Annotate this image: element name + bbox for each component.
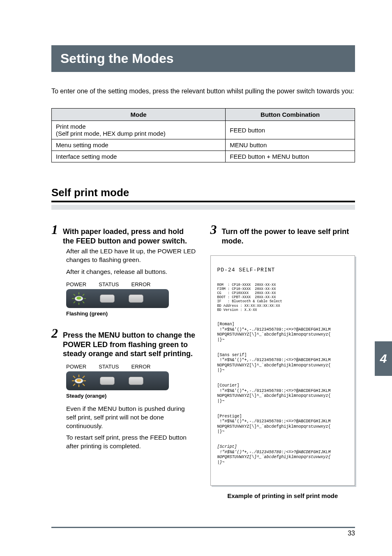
font-sample: |}~ (217, 368, 225, 373)
svg-line-3 (83, 301, 84, 303)
led-diagram: POWER STATUS ERROR (66, 364, 196, 399)
font-sample: !"#$%&'()*+,-./0123456789:;<=>?@ABCDEFGH… (217, 389, 331, 393)
svg-line-14 (83, 376, 85, 378)
error-led-icon (129, 294, 143, 303)
font-sample: NOPQRSTUVWXYZ[\]^_`abcdefghijklmnopqrstu… (217, 363, 331, 368)
power-led-steady-icon (72, 375, 86, 387)
step-3: 3 Turn off the power to leave self print… (210, 223, 355, 246)
page-number: 33 (51, 530, 355, 537)
page-title: Setting the Modes (51, 45, 355, 72)
font-sample: |}~ (217, 429, 225, 434)
led-diagram: POWER STATUS ERROR (66, 281, 196, 317)
step-number: 3 (210, 223, 217, 236)
svg-point-19 (76, 379, 81, 382)
font-name: [Sans serif] (217, 353, 247, 357)
status-led-icon (100, 377, 115, 385)
button-header: Button Combination (226, 109, 355, 121)
svg-line-12 (73, 376, 75, 378)
font-sample: NOPQRSTUVWXYZ[\]^_`abcdefghijklmnopqrstu… (217, 332, 331, 337)
step-title: Press the MENU button to change the POWE… (63, 331, 196, 359)
font-sample: !"#$%&'()*+,-./0123456789:;<=>?@ABCDEFGH… (217, 358, 331, 362)
modes-table: Mode Button Combination Print mode (Self… (51, 108, 355, 162)
step-body-text: To restart self print, press the FEED bu… (66, 433, 196, 451)
power-label: POWER (66, 281, 86, 287)
font-sample: NOPQRSTUVWXYZ[\]^_`abcdefghijklmnopqrstu… (217, 455, 331, 459)
font-sample: |}~ (217, 338, 225, 342)
svg-line-5 (74, 301, 75, 303)
led-caption: Flashing (green) (66, 310, 196, 317)
power-led-flashing-icon (72, 292, 86, 305)
status-label: STATUS (99, 364, 119, 370)
font-name: [Script] (217, 445, 237, 449)
led-caption: Steady (orange) (66, 393, 196, 399)
self-print-example: PD-24 SELF-PRINT ROM : CP10-XXXX 20XX-XX… (210, 255, 355, 486)
section-heading: Self print mode (51, 186, 355, 202)
font-sample: |}~ (217, 399, 225, 403)
step-body-text: Even if the MENU button is pushed during… (66, 405, 196, 431)
step-title: With paper loaded, press and hold the FE… (63, 227, 196, 246)
font-sample: |}~ (217, 460, 225, 465)
font-sample: !"#$%&'()*+,-./0123456789:;<=>?@ABCDEFGH… (217, 419, 331, 424)
svg-line-13 (83, 384, 85, 386)
font-name: [Roman] (217, 322, 235, 327)
power-label: POWER (66, 364, 86, 370)
step-number: 1 (51, 223, 58, 236)
mode-cell: Print mode (Self print mode, HEX dump pr… (52, 121, 226, 139)
status-led-icon (100, 294, 115, 303)
mode-header: Mode (52, 109, 226, 121)
table-row: Print mode (Self print mode, HEX dump pr… (52, 121, 355, 139)
table-row: Interface setting mode FEED button + MEN… (52, 151, 355, 162)
example-caption: Example of printing in self print mode (210, 492, 355, 499)
selfprint-meta: ROM : CP10-XXXX 20XX-XX-XX FIRM : CP10-X… (217, 283, 348, 312)
step-number: 2 (51, 327, 58, 340)
intro-text: To enter one of the setting modes, press… (51, 87, 355, 96)
status-label: STATUS (99, 281, 119, 287)
font-name: [Prestige] (217, 414, 242, 419)
step-title: Turn off the power to leave self print m… (222, 227, 355, 246)
button-cell: FEED button + MENU button (226, 151, 355, 162)
chapter-tab: 4 (375, 341, 392, 376)
svg-point-9 (76, 297, 81, 300)
svg-line-15 (73, 384, 75, 386)
error-led-icon (129, 377, 143, 385)
step-body-text: After it changes, release all buttons. (66, 268, 196, 276)
table-row: Menu setting mode MENU button (52, 139, 355, 151)
error-label: ERROR (131, 364, 150, 370)
mode-cell: Interface setting mode (52, 151, 226, 162)
page-footer: 33 (51, 527, 355, 537)
mode-cell: Menu setting mode (52, 139, 226, 151)
button-cell: MENU button (226, 139, 355, 151)
selfprint-title: PD-24 SELF-PRINT (217, 267, 348, 273)
font-sample: !"#$%&'()*+,-./0123456789:;<=>?@ABCDEFGH… (217, 327, 331, 332)
error-label: ERROR (131, 281, 150, 287)
section-underline (51, 205, 355, 210)
font-name: [Courier] (217, 383, 240, 388)
step-body-text: After all the LED have lit up, the POWER… (66, 247, 196, 264)
svg-line-4 (83, 294, 84, 296)
font-sample: NOPQRSTUVWXYZ[\]^_`abcdefghijklmnopqrstu… (217, 394, 331, 398)
button-cell: FEED button (226, 121, 355, 139)
font-sample: NOPQRSTUVWXYZ[\]^_`abcdefghijklmnopqrstu… (217, 424, 331, 429)
step-1: 1 With paper loaded, press and hold the … (51, 223, 196, 317)
step-2: 2 Press the MENU button to change the PO… (51, 327, 196, 451)
svg-line-2 (74, 294, 75, 296)
font-sample: !"#$%&'()*+,-./0123456789:;<=>?@ABCDEFGH… (217, 450, 331, 454)
